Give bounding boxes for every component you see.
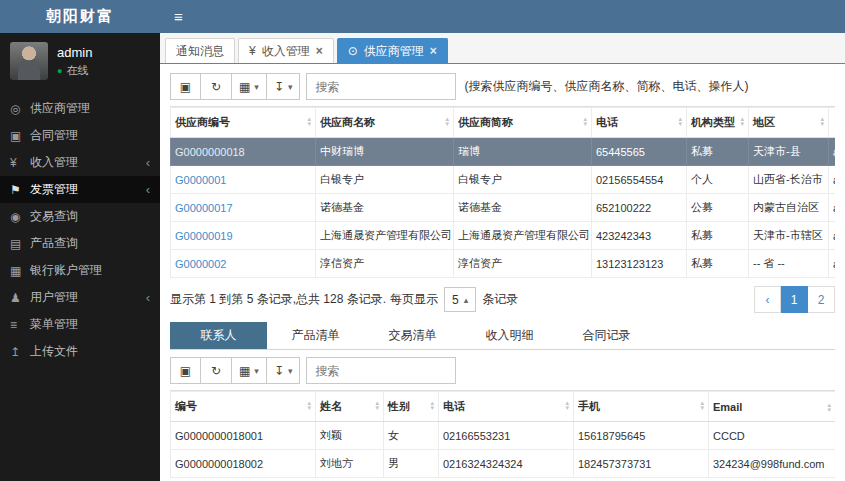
table-row[interactable]: G0000000018001刘颖女0216655323115618795645C… xyxy=(171,422,836,450)
tab-notifications[interactable]: 通知消息 xyxy=(165,38,235,63)
column-header-label: 地区 xyxy=(753,116,775,128)
menu-icon: ≡ xyxy=(10,318,30,332)
table-cell: G0000000018002 xyxy=(171,450,316,478)
sidebar-item-contracts[interactable]: ▣合同管理 xyxy=(0,122,160,149)
refresh-button[interactable]: ↻ xyxy=(201,73,232,100)
table-cell: G00000019 xyxy=(171,222,316,250)
sidebar-item-bank-accounts[interactable]: ▦银行账户管理 xyxy=(0,257,160,284)
sidebar-item-users[interactable]: ♟用户管理‹ xyxy=(0,284,160,311)
column-header[interactable]: 地区▴▾ xyxy=(749,108,829,138)
table-row[interactable]: G0000001白银专户白银专户02156554554个人山西省-长治市a xyxy=(171,166,836,194)
user-panel: admin ●在线 xyxy=(0,33,160,87)
tab-label: 收入管理 xyxy=(262,43,310,60)
columns-button[interactable]: ▦▾ xyxy=(232,357,267,384)
sidebar-item-transactions[interactable]: ◉交易查询 xyxy=(0,203,160,230)
toolbar-button-group: ▣↻▦▾↧▾ xyxy=(170,357,300,384)
detail-tab-contacts[interactable]: 联系人 xyxy=(170,322,267,349)
table-row[interactable]: G0000002淳信资产淳信资产13123123123私募-- 省 --a xyxy=(171,250,836,278)
table-cell: 公募 xyxy=(687,194,749,222)
flag-icon: ⚑ xyxy=(10,183,30,197)
tab-income[interactable]: ¥收入管理× xyxy=(238,38,334,63)
column-header-label: 供应商编号 xyxy=(175,116,230,128)
sidebar-item-upload[interactable]: ↥上传文件 xyxy=(0,338,160,365)
column-header[interactable]: 手机▴▾ xyxy=(574,392,709,422)
column-header[interactable]: 姓名▴▾ xyxy=(316,392,384,422)
supplier-table: 供应商编号▴▾供应商名称▴▾供应商简称▴▾电话▴▾机构类型▴▾地区▴▾G0000… xyxy=(170,106,835,278)
column-header[interactable]: 机构类型▴▾ xyxy=(687,108,749,138)
detail-tab-products[interactable]: 产品清单 xyxy=(267,322,364,349)
toggle-view-button[interactable]: ▣ xyxy=(170,357,201,384)
search-input[interactable] xyxy=(306,357,456,384)
sidebar-item-label: 收入管理 xyxy=(30,154,78,171)
column-header[interactable]: Email▴▾ xyxy=(709,392,836,422)
table-cell: 324234@998fund.com xyxy=(709,450,836,478)
columns-button[interactable]: ▦▾ xyxy=(232,73,267,100)
page-size-select[interactable]: 5 ▴ xyxy=(444,287,476,312)
table-cell: a xyxy=(829,138,836,166)
table-cell: G0000000018 xyxy=(171,138,316,166)
user-meta: admin ●在线 xyxy=(57,45,92,78)
per-page-prefix: 每页显示 xyxy=(390,291,438,308)
table-cell: 182457373731 xyxy=(574,450,709,478)
table-cell: 白银专户 xyxy=(316,166,454,194)
sidebar-item-label: 发票管理 xyxy=(30,181,78,198)
export-button[interactable]: ↧▾ xyxy=(267,73,301,100)
export-button[interactable]: ↧▾ xyxy=(267,357,301,384)
sidebar-item-label: 产品查询 xyxy=(30,235,78,252)
close-icon[interactable]: × xyxy=(316,44,323,58)
detail-tab-income[interactable]: 收入明细 xyxy=(461,322,558,349)
sidebar-item-invoices[interactable]: ⚑发票管理‹ xyxy=(0,176,160,203)
toolbar-button-group: ▣↻▦▾↧▾ xyxy=(170,73,300,100)
table-cell: 淳信资产 xyxy=(454,250,592,278)
row-id-link[interactable]: G00000019 xyxy=(175,230,233,242)
row-id-link[interactable]: G00000017 xyxy=(175,202,233,214)
sidebar-toggle-icon[interactable]: ≡ xyxy=(174,8,183,25)
row-id-link[interactable]: G0000001 xyxy=(175,174,226,186)
user-icon: ♟ xyxy=(10,291,30,305)
caret-down-icon: ▾ xyxy=(254,82,259,92)
search-input[interactable] xyxy=(306,73,456,100)
refresh-button[interactable]: ↻ xyxy=(201,357,232,384)
detail-tab-transactions[interactable]: 交易清单 xyxy=(364,322,461,349)
table-row[interactable]: G00000017诺德基金诺德基金652100222公募内蒙古自治区a xyxy=(171,194,836,222)
table-cell: 上海通晟资产管理有限公司 xyxy=(316,222,454,250)
close-icon[interactable]: × xyxy=(430,44,437,58)
export-icon: ↧ xyxy=(274,364,284,378)
sort-icon: ▴▾ xyxy=(678,116,682,126)
page-button[interactable]: 2 xyxy=(808,286,835,313)
column-header-label: 姓名 xyxy=(320,400,342,412)
user-status-label: 在线 xyxy=(66,64,88,76)
table-cell: 上海通晟资产管理有限公司 xyxy=(454,222,592,250)
table-cell: 65445565 xyxy=(592,138,687,166)
column-header[interactable]: 编号▴▾ xyxy=(171,392,316,422)
column-header[interactable]: 电话▴▾ xyxy=(439,392,574,422)
row-id-link[interactable]: G0000002 xyxy=(175,258,226,270)
sidebar-item-menus[interactable]: ≡菜单管理 xyxy=(0,311,160,338)
column-header[interactable]: 供应商名称▴▾ xyxy=(316,108,454,138)
table-row[interactable]: G0000000018中财瑞博瑞博65445565私募天津市-县a xyxy=(171,138,836,166)
column-header[interactable]: 供应商简称▴▾ xyxy=(454,108,592,138)
column-header-label: 编号 xyxy=(175,400,197,412)
sidebar-item-label: 供应商管理 xyxy=(30,100,90,117)
sidebar-item-income[interactable]: ¥收入管理‹ xyxy=(0,149,160,176)
table-cell: 刘地方 xyxy=(316,450,384,478)
table-cell: a xyxy=(829,222,836,250)
table-row[interactable]: G00000019上海通晟资产管理有限公司上海通晟资产管理有限公司4232423… xyxy=(171,222,836,250)
sidebar-item-suppliers[interactable]: ◎供应商管理 xyxy=(0,95,160,122)
caret-up-icon: ▴ xyxy=(464,295,469,305)
column-header[interactable]: 电话▴▾ xyxy=(592,108,687,138)
column-header[interactable]: 供应商编号▴▾ xyxy=(171,108,316,138)
table-cell: 山西省-长治市 xyxy=(749,166,829,194)
tab-suppliers[interactable]: ⊙供应商管理× xyxy=(337,38,448,63)
row-id-link[interactable]: G0000000018 xyxy=(175,146,245,158)
page-button[interactable]: 1 xyxy=(781,286,808,313)
caret-down-icon: ▾ xyxy=(254,366,259,376)
page-prev-button[interactable]: ‹ xyxy=(754,286,781,313)
column-header[interactable]: 性别▴▾ xyxy=(384,392,439,422)
columns-icon: ▦ xyxy=(239,364,250,378)
table-row[interactable]: G0000000018002刘地方男0216324324324182457373… xyxy=(171,450,836,478)
sidebar-item-products[interactable]: ▤产品查询 xyxy=(0,230,160,257)
toggle-view-button[interactable]: ▣ xyxy=(170,73,201,100)
detail-tab-contracts[interactable]: 合同记录 xyxy=(558,322,655,349)
table-cell: a xyxy=(829,166,836,194)
